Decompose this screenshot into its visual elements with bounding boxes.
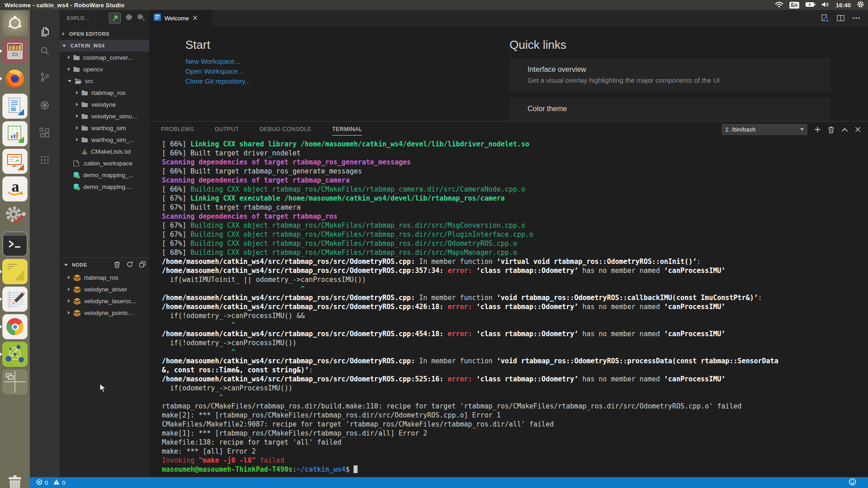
panel-tab-debug-console[interactable]: DEBUG CONSOLE: [259, 123, 311, 135]
error-count: 0: [45, 479, 48, 486]
editor-actions: [821, 10, 868, 26]
gear-s-icon[interactable]: s: [137, 14, 145, 23]
add-terminal-icon[interactable]: [814, 126, 821, 133]
wifi-icon[interactable]: [775, 1, 783, 9]
node-panel-header[interactable]: NODE: [60, 258, 149, 272]
keyboard-layout-badge[interactable]: En: [789, 2, 799, 9]
bottom-panel: PROBLEMSOUTPUTDEBUG CONSOLETERMINAL 1: /…: [149, 121, 868, 477]
dock-libreoffice-impress[interactable]: [2, 149, 28, 174]
dock-amazon[interactable]: a: [2, 176, 28, 202]
terminal-line: [ 67%] Linking CXX executable /home/maso…: [162, 194, 866, 203]
welcome-page: Start New Workspace... Open Workspace...…: [149, 26, 868, 121]
tree-item-rtabmap-ros[interactable]: rtabmap_ros: [60, 87, 149, 99]
problems-status[interactable]: 0 0: [36, 479, 65, 487]
node-list: rtabmap_rosvelodyne_drivervelodyne_laser…: [60, 272, 149, 319]
terminal-cursor: [354, 465, 358, 473]
tree-item-src[interactable]: src: [60, 75, 149, 87]
close-panel-icon[interactable]: [855, 127, 861, 132]
dock-chrome[interactable]: [2, 314, 28, 339]
tab-welcome[interactable]: Welcome: [149, 10, 212, 26]
dock-text-editor[interactable]: [2, 286, 28, 312]
kill-terminal-icon[interactable]: [828, 126, 835, 133]
panel-tab-problems[interactable]: PROBLEMS: [161, 123, 194, 135]
activity-search-icon[interactable]: [30, 40, 60, 62]
running-indicator: [0, 297, 2, 301]
activity-extensions-icon[interactable]: [30, 122, 60, 144]
activity-bar: [30, 10, 60, 477]
tree-item-opencv[interactable]: opencv: [60, 63, 149, 75]
card-color-theme[interactable]: Color theme: [509, 98, 830, 121]
copy-icon[interactable]: [139, 261, 146, 268]
tree-item-demo-mapping[interactable]: demo_mapping_...: [60, 169, 149, 181]
dock-libreoffice-calc[interactable]: [2, 121, 28, 146]
node-item-velodyne-driver[interactable]: velodyne_driver: [60, 283, 149, 295]
activity-explorer-icon[interactable]: [30, 21, 60, 43]
tree-item-velodyne[interactable]: velodyne: [60, 99, 149, 110]
link-new-workspace[interactable]: New Workspace...: [185, 57, 250, 65]
dock-trash[interactable]: [2, 474, 28, 488]
link-open-workspace[interactable]: Open Workspace...: [185, 67, 250, 75]
activity-globe-icon[interactable]: [30, 94, 60, 116]
terminal[interactable]: [ 66%] Linking CXX shared library /home/…: [162, 140, 866, 477]
dock-network-graph-app[interactable]: [2, 342, 28, 367]
terminal-line: ^: [162, 284, 866, 293]
tree-item-demo-mapping[interactable]: demo_mapping....: [60, 181, 149, 192]
open-preview-icon[interactable]: [821, 14, 829, 22]
editor-area: Welcome Start New Workspace... Open Work…: [149, 10, 868, 121]
gear-icon[interactable]: [125, 14, 132, 23]
dock-libreoffice-writer[interactable]: [2, 94, 28, 119]
folder-icon: [73, 55, 80, 61]
terminal-line: if(waitIMUToinit_ || odometry_->canProce…: [162, 275, 866, 284]
dock-system-settings[interactable]: [2, 204, 28, 229]
volume-icon[interactable]: [821, 1, 830, 9]
node-item-velodyne-pointc[interactable]: velodyne_pointc...: [60, 307, 149, 319]
dock-firefox[interactable]: [2, 66, 28, 91]
terminal-selector[interactable]: 1: /bin/bash: [722, 124, 807, 135]
trash-icon[interactable]: [114, 261, 120, 269]
tab-close-icon[interactable]: [193, 14, 198, 22]
maximize-panel-icon[interactable]: [841, 127, 848, 132]
panel-tab-output[interactable]: OUTPUT: [215, 123, 239, 135]
sidebar-title: EXPLO...: [67, 15, 89, 21]
link-clone-git[interactable]: Clone Git repository...: [185, 77, 250, 85]
build-hammer-icon[interactable]: [109, 13, 121, 23]
terminal-line: [ 66%] Building CXX object rtabmap_ros/C…: [162, 185, 866, 194]
folder-icon: [81, 137, 88, 143]
battery-icon[interactable]: [805, 2, 816, 9]
split-editor-icon[interactable]: [837, 14, 844, 22]
feedback-smiley-icon[interactable]: [849, 478, 856, 487]
tree-item-catkin-workspace[interactable]: .catkin_workspace: [60, 157, 149, 169]
section-open-editors[interactable]: OPEN EDITORS: [60, 28, 149, 40]
tree-item-costmap-conver[interactable]: costmap_conver...: [60, 52, 149, 63]
dock-dash-home[interactable]: [2, 11, 28, 36]
more-actions-icon[interactable]: [853, 17, 860, 19]
activity-dots-grid-icon[interactable]: [30, 149, 60, 171]
tree-item-cmakelists-txt[interactable]: CMakeLists.txt: [60, 145, 149, 157]
system-tray: En 16:40: [775, 0, 868, 9]
tree-item-warthog-sim[interactable]: warthog_sim_...: [60, 134, 149, 145]
database-icon: [73, 172, 80, 178]
section-catkin-ws4[interactable]: CATKIN_WS4: [60, 40, 149, 52]
dock-file-manager[interactable]: [2, 38, 28, 64]
running-indicator: [0, 49, 2, 53]
node-stack-icon: [73, 274, 81, 281]
refresh-icon[interactable]: [127, 261, 133, 268]
node-item-rtabmap-ros[interactable]: rtabmap_ros: [60, 272, 149, 283]
window-title: Welcome - catkin_ws4 - RoboWare Studio: [5, 2, 124, 9]
dock-sticky-notes[interactable]: [2, 259, 28, 284]
session-gear-icon[interactable]: [857, 0, 864, 9]
panel-tab-terminal[interactable]: TERMINAL: [332, 123, 362, 136]
terminal-controls: 1: /bin/bash: [722, 124, 861, 135]
tree-item-velodyne-simu[interactable]: velodyne_simu...: [60, 110, 149, 122]
activity-source-control-icon[interactable]: [30, 66, 60, 88]
tree-item-warthog-sim[interactable]: warthog_sim: [60, 122, 149, 134]
node-item-velodyne-lasersc[interactable]: velodyne_lasersc...: [60, 295, 149, 307]
card-interface-overview[interactable]: Interface overview Get a visual overlay …: [509, 58, 830, 91]
dock-terminal-app[interactable]: [2, 231, 28, 257]
running-indicator: [0, 270, 2, 273]
terminal-line: Scanning dependencies of target rtabmap_…: [162, 176, 866, 185]
clock[interactable]: 16:40: [836, 2, 851, 9]
terminal-line: Invoking "make -j8 -l8" failed: [162, 456, 866, 465]
dock-workspace-switcher[interactable]: [2, 369, 28, 394]
cmake-icon: [81, 148, 88, 155]
